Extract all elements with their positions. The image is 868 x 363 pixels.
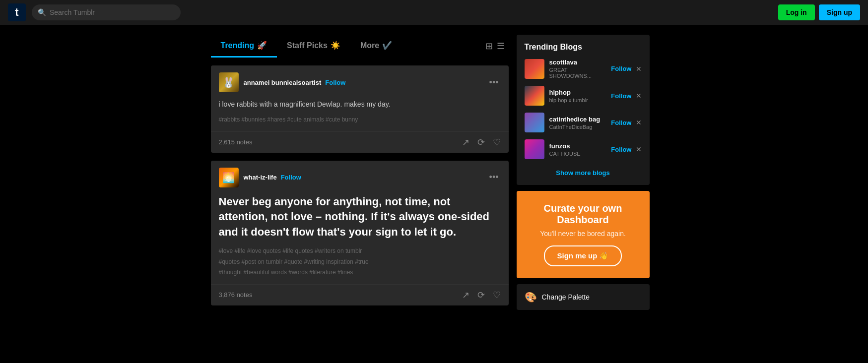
tab-staff-picks[interactable]: Staff Picks ☀️	[277, 35, 350, 58]
follow-catinthedice-button[interactable]: Follow	[611, 119, 631, 126]
blog-info-scottlava: scottlava GREAT SHOWDOWNS...	[549, 59, 606, 79]
blog-info-catinthedice: catinthedice bag CatInTheDiceBag	[549, 116, 606, 130]
blog-avatar-hiphop	[525, 86, 544, 106]
list-view-button[interactable]: ☰	[497, 41, 505, 52]
search-icon: 🔍	[38, 8, 46, 16]
dismiss-hiphop-button[interactable]: ✕	[636, 92, 642, 100]
show-more-blogs: Show more blogs	[525, 166, 642, 177]
tumblr-logo[interactable]: t	[8, 3, 26, 21]
follow-funzos-button[interactable]: Follow	[611, 146, 631, 153]
trending-label: Trending	[221, 41, 255, 50]
staff-picks-icon: ☀️	[331, 41, 340, 50]
feed: Trending 🚀 Staff Picks ☀️ More ✔️ ⊞ ☰ 🐰	[211, 25, 509, 323]
avatar-2: 🌅	[219, 168, 239, 187]
blog-subtitle-scottlava: GREAT SHOWDOWNS...	[549, 67, 606, 79]
palette-icon: 🎨	[525, 291, 537, 303]
signup-button[interactable]: Sign up	[819, 4, 860, 20]
trending-blogs-title: Trending Blogs	[525, 43, 642, 52]
search-wrapper: 🔍	[32, 4, 181, 20]
more-label: More	[360, 41, 379, 50]
post-text-1: i love rabbits with a magnificent Dewlap…	[219, 99, 501, 110]
right-spacer	[658, 25, 868, 323]
post-user-info-2: what-iz-life Follow	[244, 174, 482, 181]
dismiss-scottlava-button[interactable]: ✕	[636, 65, 642, 73]
reblog-button-1[interactable]: ⟳	[477, 137, 485, 148]
more-icon: ✔️	[382, 41, 392, 50]
post-header-2: 🌅 what-iz-life Follow •••	[211, 161, 509, 194]
grid-view-button[interactable]: ⊞	[485, 41, 493, 52]
blog-subtitle-catinthedice: CatInTheDiceBag	[549, 124, 606, 130]
tab-more[interactable]: More ✔️	[350, 35, 402, 58]
avatar-1: 🐰	[219, 72, 239, 92]
follow-scottlava-button[interactable]: Follow	[611, 65, 631, 72]
blog-actions-funzos: Follow ✕	[611, 145, 641, 153]
sign-me-up-button[interactable]: Sign me up 👋	[544, 245, 621, 266]
trending-icon: 🚀	[257, 41, 267, 50]
sidebar: Trending Blogs scottlava GREAT SHOWDOWNS…	[509, 25, 658, 323]
blog-subtitle-funzos: CAT HOUSE	[549, 151, 606, 157]
username-2: what-iz-life	[244, 174, 277, 181]
post-content-2: Never beg anyone for anything, not time,…	[211, 194, 509, 284]
post-tags-2: #love #life #love quotes #life quotes #w…	[219, 246, 501, 278]
dismiss-funzos-button[interactable]: ✕	[636, 145, 642, 153]
show-more-blogs-button[interactable]: Show more blogs	[556, 169, 609, 177]
blog-avatar-scottlava	[525, 59, 544, 79]
blog-avatar-catinthedice	[525, 113, 544, 132]
reblog-button-2[interactable]: ⟳	[477, 290, 485, 301]
blog-item-hiphop: hiphop hip hop x tumblr Follow ✕	[525, 86, 642, 106]
blog-actions-hiphop: Follow ✕	[611, 92, 641, 100]
palette-label: Change Palette	[542, 293, 590, 301]
login-button[interactable]: Log in	[778, 4, 815, 20]
blog-name-hiphop: hiphop	[549, 89, 606, 96]
post-actions-1: ↗ ⟳ ♡	[462, 137, 501, 148]
trending-blogs-section: Trending Blogs scottlava GREAT SHOWDOWNS…	[517, 35, 650, 185]
staff-picks-label: Staff Picks	[287, 41, 328, 50]
blog-subtitle-hiphop: hip hop x tumblr	[549, 97, 606, 103]
blog-info-hiphop: hiphop hip hop x tumblr	[549, 89, 606, 103]
change-palette-section[interactable]: 🎨 Change Palette	[517, 284, 650, 310]
share-button-1[interactable]: ↗	[462, 137, 469, 148]
blog-avatar-funzos	[525, 139, 544, 159]
curate-title: Curate your own Dashboard	[527, 203, 640, 226]
blog-actions-catinthedice: Follow ✕	[611, 119, 641, 126]
blog-name-catinthedice: catinthedice bag	[549, 116, 606, 123]
username-1: annamei bunniealsoartist	[244, 79, 322, 86]
post-footer-1: 2,615 notes ↗ ⟳ ♡	[211, 131, 509, 153]
main-container: Trending 🚀 Staff Picks ☀️ More ✔️ ⊞ ☰ 🐰	[0, 0, 868, 323]
post-content-1: i love rabbits with a magnificent Dewlap…	[211, 99, 509, 131]
dismiss-catinthedice-button[interactable]: ✕	[636, 119, 642, 126]
post-header-1: 🐰 annamei bunniealsoartist Follow •••	[211, 65, 509, 99]
tabs: Trending 🚀 Staff Picks ☀️ More ✔️ ⊞ ☰	[211, 35, 509, 58]
like-button-2[interactable]: ♡	[493, 290, 501, 301]
header: t 🔍 Log in Sign up	[0, 0, 868, 25]
header-left: t 🔍	[8, 3, 181, 21]
curate-subtitle: You'll never be bored again.	[527, 230, 640, 238]
post-menu-1[interactable]: •••	[487, 77, 501, 88]
post-notes-1: 2,615 notes	[219, 138, 462, 146]
blog-name-scottlava: scottlava	[549, 59, 606, 66]
post-actions-2: ↗ ⟳ ♡	[462, 290, 501, 301]
blog-name-funzos: funzos	[549, 142, 606, 150]
post-user-info-1: annamei bunniealsoartist Follow	[244, 79, 482, 86]
post-menu-2[interactable]: •••	[487, 172, 501, 182]
post-text-2: Never beg anyone for anything, not time,…	[219, 194, 501, 240]
tab-trending[interactable]: Trending 🚀	[211, 35, 277, 58]
header-right: Log in Sign up	[778, 4, 860, 20]
blog-actions-scottlava: Follow ✕	[611, 65, 641, 73]
left-spacer	[0, 25, 211, 323]
follow-button-1[interactable]: Follow	[325, 79, 345, 86]
post-card-2: 🌅 what-iz-life Follow ••• Never beg anyo…	[211, 161, 509, 305]
curate-card: Curate your own Dashboard You'll never b…	[517, 191, 650, 278]
follow-hiphop-button[interactable]: Follow	[611, 92, 631, 100]
share-button-2[interactable]: ↗	[462, 290, 469, 301]
blog-item-scottlava: scottlava GREAT SHOWDOWNS... Follow ✕	[525, 59, 642, 79]
like-button-1[interactable]: ♡	[493, 137, 501, 148]
post-footer-2: 3,876 notes ↗ ⟳ ♡	[211, 284, 509, 305]
search-input[interactable]	[32, 4, 181, 20]
view-toggle: ⊞ ☰	[481, 41, 509, 52]
post-card-1: 🐰 annamei bunniealsoartist Follow ••• i …	[211, 65, 509, 153]
post-notes-2: 3,876 notes	[219, 291, 462, 299]
blog-item-catinthedice: catinthedice bag CatInTheDiceBag Follow …	[525, 113, 642, 132]
blog-item-funzos: funzos CAT HOUSE Follow ✕	[525, 139, 642, 159]
follow-button-2[interactable]: Follow	[281, 174, 301, 181]
